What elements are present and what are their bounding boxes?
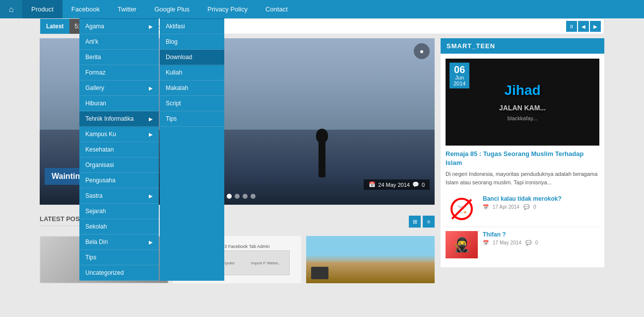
article-meta-2: 📅 17 May 2014 💬 0 bbox=[483, 240, 599, 245]
featured-article-excerpt: Di negeri Indonesia, mayoritas pendudukn… bbox=[446, 170, 599, 186]
dropdown-item-formaz[interactable]: Formaz bbox=[79, 65, 159, 80]
featured-article-title[interactable]: Remaja 85 : Tugas Seorang Muslim Terhada… bbox=[446, 150, 599, 167]
dropdown-item-gallery[interactable]: Gallery ▶ bbox=[79, 80, 159, 96]
dropdown-item-script[interactable]: Script bbox=[160, 96, 224, 111]
dropdown-col2: Aktifasi Blog Download Kuliah Makalah Sc… bbox=[160, 18, 224, 281]
next-button[interactable]: ▶ bbox=[590, 21, 601, 32]
dropdown-item-sastra[interactable]: Sastra ▶ bbox=[79, 188, 159, 204]
smart-teen-widget: SMART_TEEN JihadJALAN KAM... blackkafay.… bbox=[441, 38, 604, 267]
comment-icon-sm2: 💬 bbox=[525, 240, 531, 245]
date-badge: 06 Jun 2014 bbox=[450, 63, 469, 88]
nav-item-product[interactable]: Product bbox=[22, 0, 63, 18]
latest-controls: ⏸ ◀ ▶ bbox=[566, 21, 604, 32]
pause-button[interactable]: ⏸ bbox=[566, 21, 577, 32]
prev-button[interactable]: ◀ bbox=[578, 21, 589, 32]
dropdown-item-tips[interactable]: Tips bbox=[79, 250, 159, 265]
dropdown-item-kesehatan[interactable]: Kesehatan bbox=[79, 142, 159, 158]
dropdown-item-blog[interactable]: Blog bbox=[160, 34, 224, 50]
dropdown-item-tehnik[interactable]: Tehnik Informatika ▶ bbox=[79, 111, 159, 127]
calendar-icon: 📅 bbox=[369, 181, 376, 188]
dropdown-item-tips2[interactable]: Tips bbox=[160, 111, 224, 127]
featured-img-credit: blackkafay... bbox=[499, 115, 546, 121]
home-button[interactable]: ⌂ bbox=[0, 0, 22, 18]
hero-play-button[interactable]: ● bbox=[414, 43, 430, 59]
nav-item-privacypolicy[interactable]: Privacy Policy bbox=[198, 0, 257, 18]
dropdown-item-kampusku[interactable]: Kampus Ku ▶ bbox=[79, 127, 159, 142]
article-title-2[interactable]: Thifan ? bbox=[483, 231, 599, 238]
dropdown-item-artik[interactable]: Arti'k bbox=[79, 34, 159, 50]
hero-date-badge: 📅 24 May 2014 💬 0 bbox=[364, 179, 430, 190]
nav-item-contact[interactable]: Contact bbox=[257, 0, 297, 18]
comment-icon: 💬 bbox=[412, 181, 419, 188]
dropdown-item-organisasi[interactable]: Organisasi bbox=[79, 158, 159, 173]
view-toggle-icons: ⊞ ≡ bbox=[409, 216, 435, 228]
list-view-button[interactable]: ≡ bbox=[423, 216, 435, 228]
small-article-1: 🚬 Banci kalau tidak merokok? 📅 17 Apr 20… bbox=[446, 191, 599, 227]
dropdown-item-pengusaha[interactable]: Pengusaha bbox=[79, 173, 159, 188]
dropdown-item-download[interactable]: Download bbox=[160, 50, 224, 65]
dropdown-item-hiburan[interactable]: Hiburan bbox=[79, 96, 159, 111]
post-card-image-3 bbox=[306, 236, 435, 283]
dropdown-item-beladiri[interactable]: Bela Diri ▶ bbox=[79, 235, 159, 250]
widget-title: SMART_TEEN bbox=[441, 38, 604, 54]
dropdown-item-aktifasi[interactable]: Aktifasi bbox=[160, 19, 224, 34]
article-info-1: Banci kalau tidak merokok? 📅 17 Apr 2014… bbox=[483, 195, 599, 210]
arrow-icon: ▶ bbox=[149, 239, 153, 245]
arrow-icon: ▶ bbox=[149, 193, 153, 199]
dropdown-col1: Agama ▶ Arti'k Berita Formaz Gallery ▶ H… bbox=[79, 18, 159, 281]
dropdown-item-berita[interactable]: Berita bbox=[79, 50, 159, 65]
nav-item-twitter[interactable]: Twitter bbox=[109, 0, 145, 18]
article-thumbnail-2: 🥷 bbox=[446, 231, 478, 258]
latest-posts-title: LATEST POST bbox=[40, 212, 84, 226]
arrow-icon: ▶ bbox=[149, 24, 153, 29]
comment-icon-sm: 💬 bbox=[523, 204, 529, 210]
home-icon: ⌂ bbox=[9, 5, 14, 14]
featured-article: JihadJALAN KAM... blackkafay... 06 Jun 2… bbox=[446, 59, 599, 186]
dropdown-item-sekolah[interactable]: Sekolah bbox=[79, 219, 159, 235]
grid-view-button[interactable]: ⊞ bbox=[409, 216, 421, 228]
article-thumbnail-1: 🚬 bbox=[446, 195, 478, 223]
small-article-2: 🥷 Thifan ? 📅 17 May 2014 💬 0 bbox=[446, 227, 599, 262]
no-smoking-icon: 🚬 bbox=[451, 198, 473, 220]
post-card-3 bbox=[306, 236, 435, 283]
hero-pagination-dots bbox=[219, 194, 256, 199]
dot-2[interactable] bbox=[227, 194, 232, 199]
calendar-icon-sm: 📅 bbox=[483, 204, 489, 210]
article-meta-1: 📅 17 Apr 2014 💬 0 bbox=[483, 204, 599, 210]
calendar-icon-sm2: 📅 bbox=[483, 240, 489, 245]
dropdown-item-makalah[interactable]: Makalah bbox=[160, 80, 224, 96]
featured-img-text: JihadJALAN KAM... bbox=[499, 83, 546, 114]
nav-item-facebook[interactable]: Facebook bbox=[63, 0, 109, 18]
dropdown-menu: Agama ▶ Arti'k Berita Formaz Gallery ▶ H… bbox=[79, 18, 224, 281]
dot-3[interactable] bbox=[235, 194, 240, 199]
article-info-2: Thifan ? 📅 17 May 2014 💬 0 bbox=[483, 231, 599, 245]
top-navigation: ⌂ Product Facebook Twitter Google Plus P… bbox=[0, 0, 644, 18]
arrow-icon: ▶ bbox=[149, 116, 153, 122]
dot-4[interactable] bbox=[243, 194, 248, 199]
latest-label: Latest bbox=[40, 19, 69, 34]
widget-body: JihadJALAN KAM... blackkafay... 06 Jun 2… bbox=[441, 54, 604, 267]
arrow-icon: ▶ bbox=[149, 132, 153, 137]
sidebar: SMART_TEEN JihadJALAN KAM... blackkafay.… bbox=[441, 38, 604, 283]
dropdown-item-agama[interactable]: Agama ▶ bbox=[79, 19, 159, 34]
article-title-1[interactable]: Banci kalau tidak merokok? bbox=[483, 195, 599, 202]
dropdown-item-uncategorized[interactable]: Uncategorized bbox=[79, 265, 159, 281]
arrow-icon: ▶ bbox=[149, 85, 153, 91]
nav-item-googleplus[interactable]: Google Plus bbox=[145, 0, 198, 18]
dropdown-item-sejarah[interactable]: Sejarah bbox=[79, 204, 159, 219]
play-icon: ● bbox=[420, 47, 424, 55]
dropdown-item-kuliah[interactable]: Kuliah bbox=[160, 65, 224, 80]
dot-5[interactable] bbox=[251, 194, 256, 199]
